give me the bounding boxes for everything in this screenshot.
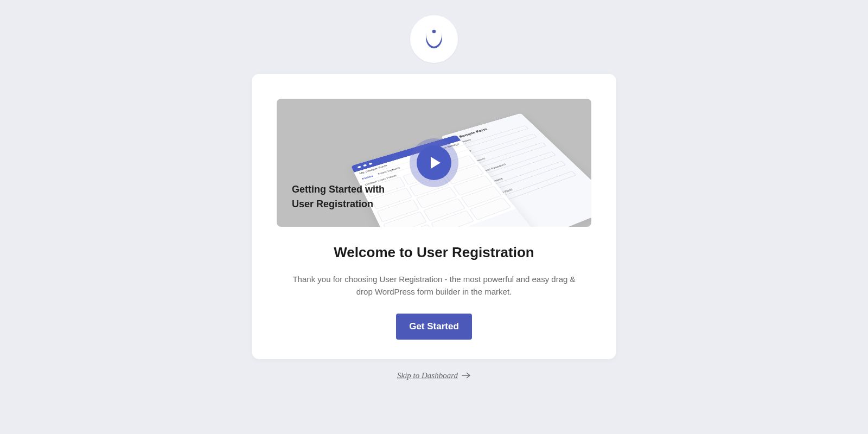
svg-point-0 bbox=[432, 30, 436, 33]
play-button[interactable] bbox=[410, 138, 458, 187]
app-logo-icon bbox=[422, 25, 446, 53]
skip-to-dashboard-link[interactable]: Skip to Dashboard bbox=[397, 371, 471, 380]
get-started-button[interactable]: Get Started bbox=[396, 314, 472, 340]
app-logo-container bbox=[410, 15, 458, 63]
play-icon bbox=[431, 157, 441, 169]
intro-video-thumbnail[interactable]: My Sample Form First Name Email Password… bbox=[277, 99, 591, 227]
mock-form-preview: My Sample Form First Name Email Password… bbox=[349, 104, 591, 227]
video-title-line2: User Registration bbox=[292, 197, 385, 212]
skip-label: Skip to Dashboard bbox=[397, 371, 458, 380]
welcome-heading: Welcome to User Registration bbox=[334, 244, 534, 261]
video-title: Getting Started with User Registration bbox=[292, 182, 385, 212]
arrow-right-icon bbox=[461, 372, 471, 379]
video-title-line1: Getting Started with bbox=[292, 182, 385, 197]
welcome-card: My Sample Form First Name Email Password… bbox=[252, 74, 616, 359]
welcome-subtext: Thank you for choosing User Registration… bbox=[288, 273, 580, 298]
